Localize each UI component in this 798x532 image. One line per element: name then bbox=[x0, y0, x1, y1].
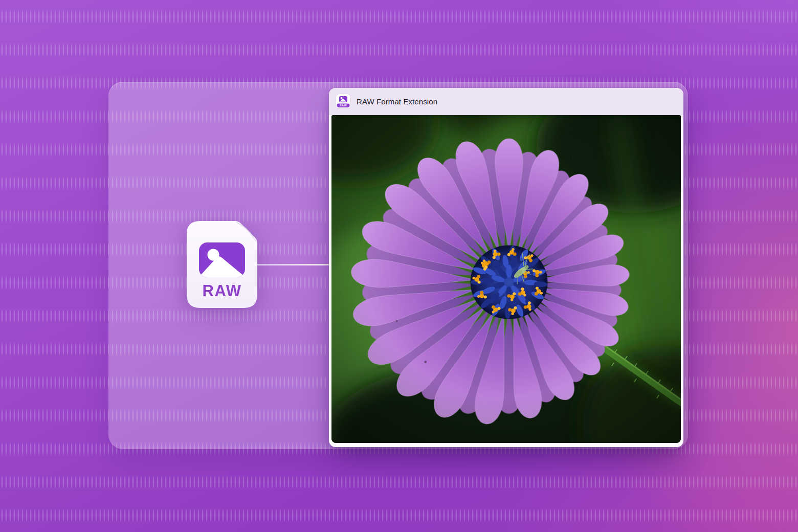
window-titlebar[interactable]: RAW RAW Format Extension bbox=[329, 88, 683, 115]
app-icon-image-glyph bbox=[339, 96, 347, 102]
screenshot-canvas: RAW RAW RAW Format Extension bbox=[0, 0, 798, 532]
file-icon-label: RAW bbox=[203, 282, 242, 300]
image-glyph-icon bbox=[196, 242, 249, 280]
app-icon-badge: RAW bbox=[340, 104, 347, 107]
raw-file-icon: RAW bbox=[187, 221, 257, 308]
window-title: RAW Format Extension bbox=[357, 97, 437, 106]
photo-viewport bbox=[331, 115, 681, 443]
app-window: RAW RAW Format Extension bbox=[329, 88, 683, 447]
flower-photo bbox=[331, 115, 681, 443]
photo-vignette bbox=[331, 115, 681, 443]
connector-line bbox=[255, 264, 330, 265]
app-icon: RAW bbox=[336, 94, 351, 109]
